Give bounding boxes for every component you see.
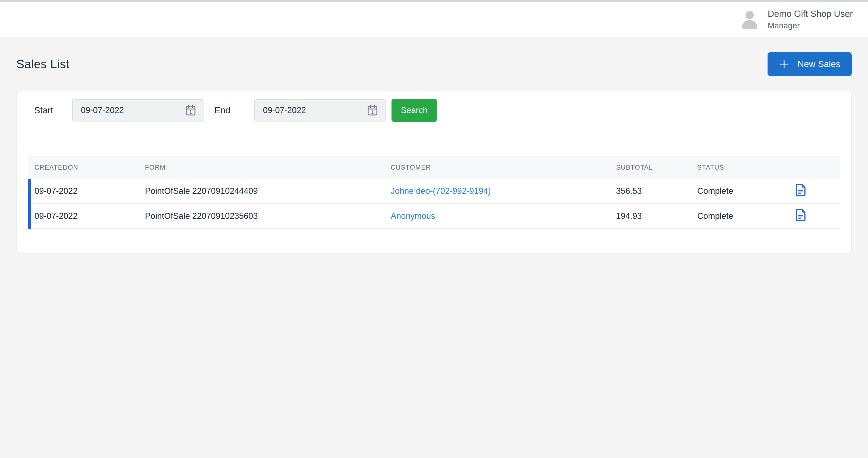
calendar-icon[interactable]: 1	[366, 104, 379, 117]
sales-table: CREATEDON FORM CUSTOMER SUBTOTAL STATUS …	[17, 145, 851, 253]
customer-link[interactable]: Anonymous	[391, 211, 435, 221]
subtotal-cell: 194.93	[609, 211, 690, 221]
start-date-label: Start	[34, 105, 53, 116]
app-header: Demo Gift Shop User Manager	[0, 2, 868, 37]
sales-card: Start 1 End	[16, 91, 852, 253]
subtotal-cell: 356.53	[609, 186, 690, 196]
svg-text:1: 1	[371, 110, 374, 115]
user-info: Demo Gift Shop User Manager	[768, 8, 853, 31]
page-title: Sales List	[16, 57, 69, 71]
table-header-row: CREATEDON FORM CUSTOMER SUBTOTAL STATUS	[28, 156, 840, 179]
createdon-cell: 09-07-2022	[28, 211, 138, 221]
actions-cell	[793, 208, 840, 224]
svg-text:1: 1	[189, 110, 192, 115]
start-date-input[interactable]: 1	[72, 99, 204, 121]
title-row: Sales List New Sales	[16, 52, 852, 76]
column-header-createdon: CREATEDON	[28, 164, 138, 171]
form-cell: PointOfSale 22070910244409	[138, 186, 384, 196]
customer-cell: Anonymous	[384, 211, 609, 221]
new-sales-label: New Sales	[798, 59, 840, 69]
start-date-value[interactable]	[81, 105, 170, 116]
end-date-label: End	[215, 105, 230, 116]
column-header-customer: CUSTOMER	[384, 164, 609, 171]
file-invoice-icon	[795, 208, 807, 222]
filter-section: Start 1 End	[17, 91, 851, 145]
column-header-form: FORM	[138, 164, 384, 171]
view-invoice-button[interactable]	[795, 208, 807, 222]
actions-cell	[793, 183, 840, 199]
file-invoice-icon	[795, 183, 807, 197]
form-cell: PointOfSale 22070910235603	[138, 211, 384, 221]
user-avatar-icon	[739, 8, 761, 30]
customer-link[interactable]: Johne deo-(702-992-9194)	[391, 186, 491, 196]
status-cell: Complete	[690, 186, 793, 196]
calendar-icon[interactable]: 1	[184, 104, 197, 117]
table-row: 09-07-2022 PointOfSale 22070910235603 An…	[28, 204, 840, 229]
table-row: 09-07-2022 PointOfSale 22070910244409 Jo…	[28, 179, 840, 204]
main-content: Sales List New Sales Start 1	[0, 52, 868, 253]
customer-cell: Johne deo-(702-992-9194)	[384, 186, 609, 196]
view-invoice-button[interactable]	[795, 183, 807, 197]
column-header-subtotal: SUBTOTAL	[609, 164, 690, 171]
search-button[interactable]: Search	[392, 99, 437, 122]
plus-icon	[779, 59, 789, 69]
user-name: Demo Gift Shop User	[768, 8, 853, 19]
new-sales-button[interactable]: New Sales	[768, 52, 852, 76]
user-menu[interactable]: Demo Gift Shop User Manager	[739, 8, 853, 31]
column-header-status: STATUS	[690, 164, 793, 171]
user-role: Manager	[768, 20, 853, 31]
end-date-input[interactable]: 1	[254, 99, 386, 121]
end-date-value[interactable]	[262, 105, 352, 116]
createdon-cell: 09-07-2022	[28, 186, 138, 196]
status-cell: Complete	[690, 211, 793, 221]
